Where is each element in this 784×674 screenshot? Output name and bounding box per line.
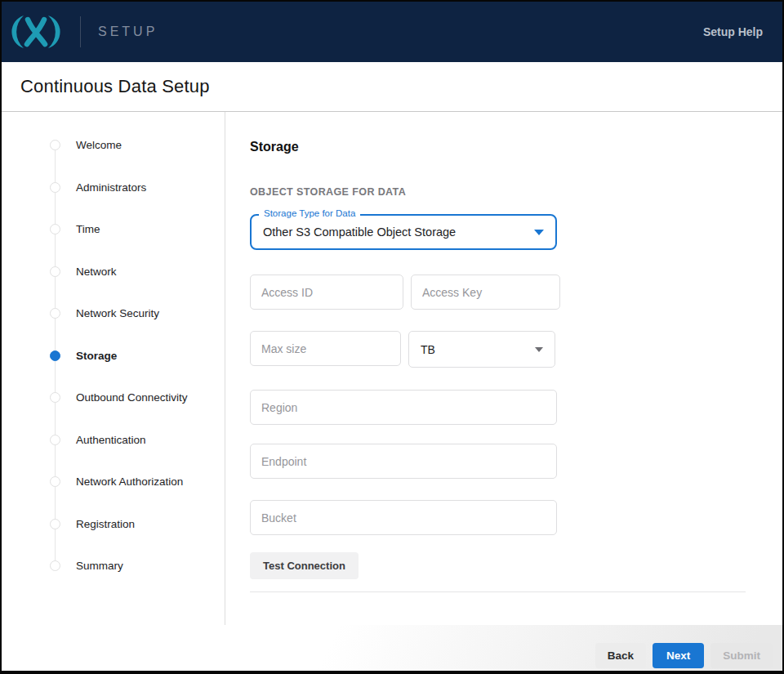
submit-button[interactable]: Submit [710, 643, 773, 668]
stepper-item-summary[interactable]: Summary [50, 545, 225, 587]
step-label: Administrators [76, 181, 146, 194]
stepper-item-outbound-connectivity[interactable]: Outbound Connectivity [50, 377, 225, 419]
storage-form: Storage OBJECT STORAGE FOR DATA Storage … [225, 112, 782, 625]
stepper-item-administrators[interactable]: Administrators [50, 167, 225, 209]
chevron-down-icon [534, 230, 544, 235]
page-title: Continuous Data Setup [20, 76, 210, 97]
stepper-item-registration[interactable]: Registration [50, 503, 225, 546]
stepper-item-time[interactable]: Time [50, 208, 225, 251]
step-label: Outbound Connectivity [76, 391, 188, 404]
stepper-item-authentication[interactable]: Authentication [50, 419, 225, 462]
app-window: SETUP Setup Help Continuous Data Setup W… [0, 0, 784, 674]
section-label: OBJECT STORAGE FOR DATA [250, 186, 782, 198]
step-circle-icon [50, 224, 60, 234]
stepper-item-network-authorization[interactable]: Network Authorization [50, 461, 225, 503]
region-input[interactable] [250, 390, 557, 425]
stepper-item-storage[interactable]: Storage [50, 335, 225, 377]
size-unit-select[interactable]: TB [408, 331, 555, 368]
stepper-item-network-security[interactable]: Network Security [50, 292, 225, 335]
content-heading: Storage [250, 140, 782, 154]
wizard-footer: Back Next Submit [2, 625, 782, 671]
step-circle-icon [50, 140, 60, 150]
chevron-down-icon [535, 347, 543, 352]
storage-type-select[interactable]: Storage Type for Data Other S3 Compatibl… [250, 214, 557, 250]
size-unit-select-value: TB [421, 343, 435, 356]
step-label: Network Security [76, 307, 159, 319]
delphix-logo-icon [10, 15, 62, 49]
back-button[interactable]: Back [595, 643, 646, 668]
step-label: Authentication [76, 434, 146, 446]
bucket-input[interactable] [250, 500, 557, 535]
step-label: Storage [76, 350, 117, 362]
step-label: Summary [76, 560, 123, 572]
step-circle-icon [50, 435, 60, 445]
step-circle-icon [50, 519, 60, 529]
access-id-input[interactable] [250, 275, 403, 310]
content-divider [250, 591, 746, 592]
app-header: SETUP Setup Help [2, 2, 782, 62]
stepper-item-welcome[interactable]: Welcome [50, 124, 225, 167]
storage-type-select-value: Other S3 Compatible Object Storage [263, 225, 456, 239]
endpoint-input[interactable] [250, 444, 557, 479]
title-bar: Continuous Data Setup [2, 62, 782, 112]
step-label: Welcome [76, 139, 122, 151]
step-circle-icon [50, 182, 60, 193]
main-area: Welcome Administrators Time Network Netw… [2, 112, 782, 625]
access-key-input[interactable] [411, 275, 560, 310]
test-connection-button[interactable]: Test Connection [250, 552, 359, 579]
step-circle-icon [50, 308, 60, 319]
next-button[interactable]: Next [653, 643, 704, 668]
step-circle-icon [50, 560, 60, 571]
stepper-item-network[interactable]: Network [50, 251, 225, 293]
step-label: Time [76, 223, 100, 235]
setup-stepper-sidebar: Welcome Administrators Time Network Netw… [2, 112, 225, 625]
step-label: Network [76, 266, 117, 278]
step-label: Registration [76, 518, 135, 530]
storage-type-select-label: Storage Type for Data [259, 208, 360, 218]
setup-help-link[interactable]: Setup Help [703, 25, 763, 38]
step-circle-icon [50, 392, 60, 403]
step-circle-active-icon [50, 350, 60, 361]
step-label: Network Authorization [76, 475, 183, 488]
max-size-input[interactable] [250, 331, 401, 366]
step-circle-icon [50, 266, 60, 277]
stepper: Welcome Administrators Time Network Netw… [50, 124, 225, 587]
product-name: SETUP [98, 25, 158, 39]
header-divider [80, 16, 81, 47]
step-circle-icon [50, 476, 60, 487]
